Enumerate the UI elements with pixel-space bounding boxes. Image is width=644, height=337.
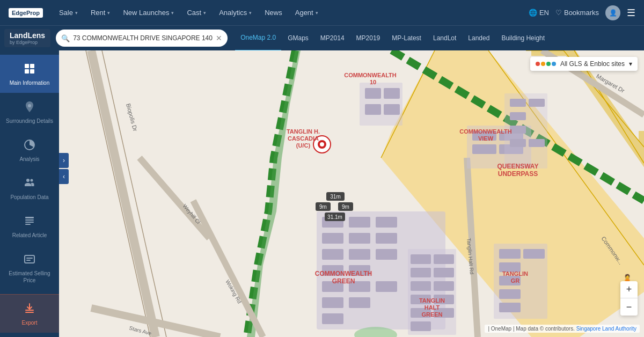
svg-text:QUEENSWAY: QUEENSWAY <box>497 163 539 170</box>
tab-gmaps[interactable]: GMaps <box>282 26 314 51</box>
tab-mp-latest[interactable]: MP-Latest <box>386 26 427 51</box>
svg-rect-64 <box>384 104 400 115</box>
svg-text:COMMONWEALTH: COMMONWEALTH <box>344 72 397 78</box>
svg-rect-50 <box>523 249 545 259</box>
svg-rect-47 <box>411 321 431 331</box>
gls-dot-green <box>546 62 551 66</box>
svg-rect-8 <box>25 217 34 218</box>
svg-rect-34 <box>349 297 370 308</box>
agent-arrow-icon: ▾ <box>316 10 318 16</box>
svg-rect-16 <box>25 312 34 313</box>
svg-rect-40 <box>434 268 454 277</box>
map-area[interactable]: COMMONWEALTH 10 COMMONWEALTH VIEW TANGLI… <box>59 50 644 337</box>
sidebar-item-population-data[interactable]: Population Data <box>0 169 59 207</box>
sidebar-item-surrounding-details[interactable]: Surrounding Details <box>0 93 59 131</box>
gls-label: All GLS & Enbloc sites <box>560 60 625 68</box>
gls-dot-orange <box>541 62 545 66</box>
nav-agent[interactable]: Agent ▾ <box>290 0 324 25</box>
sidebar-expand-btn[interactable]: › <box>59 153 69 168</box>
svg-rect-35 <box>322 313 343 324</box>
svg-rect-14 <box>26 260 31 261</box>
svg-rect-66 <box>510 99 526 107</box>
svg-point-75 <box>320 142 324 146</box>
zoom-out-btn[interactable]: − <box>620 298 638 316</box>
svg-rect-15 <box>25 310 34 311</box>
svg-rect-24 <box>376 233 397 244</box>
svg-rect-53 <box>499 289 521 299</box>
map-overlay-top: All GLS & Enbloc sites ▾ <box>530 57 638 71</box>
sidebar-collapse-btn[interactable]: ‹ <box>59 169 69 184</box>
svg-rect-49 <box>499 249 521 259</box>
svg-rect-70 <box>510 139 526 147</box>
svg-point-7 <box>31 179 33 182</box>
svg-text:GR: GR <box>511 277 520 284</box>
chart-icon <box>22 137 37 152</box>
clear-icon[interactable]: ✕ <box>216 34 222 42</box>
tab-mp2019[interactable]: MP2019 <box>351 26 386 51</box>
nav-news[interactable]: News <box>259 0 288 25</box>
rent-arrow-icon: ▾ <box>107 10 110 16</box>
cast-arrow-icon: ▾ <box>203 10 206 16</box>
nav-sale[interactable]: Sale ▾ <box>54 0 83 25</box>
sidebar-item-estimated-selling-price[interactable]: Estimated Selling Price <box>0 245 59 290</box>
nav-analytics[interactable]: Analytics ▾ <box>214 0 257 25</box>
svg-rect-69 <box>510 126 526 134</box>
gls-dropdown[interactable]: All GLS & Enbloc sites ▾ <box>530 57 638 71</box>
svg-text:COMMONWEALTH: COMMONWEALTH <box>315 270 372 277</box>
new-launches-arrow-icon: ▾ <box>171 10 174 16</box>
svg-rect-26 <box>349 249 370 260</box>
svg-text:9m: 9m <box>342 204 349 210</box>
svg-text:HALT: HALT <box>425 304 440 311</box>
hamburger-icon[interactable]: ☰ <box>627 7 635 19</box>
tab-landed[interactable]: Landed <box>463 26 495 51</box>
svg-rect-71 <box>529 139 545 147</box>
sidebar: Main Information Surrounding Details Ana… <box>0 50 59 337</box>
gls-chevron-icon: ▾ <box>629 60 632 68</box>
svg-rect-23 <box>349 233 370 244</box>
landLens-brand: LandLens by EdgeProp <box>4 29 50 47</box>
svg-text:VIEW: VIEW <box>478 135 494 142</box>
svg-rect-58 <box>472 144 496 154</box>
analytics-arrow-icon: ▾ <box>249 10 252 16</box>
svg-rect-62 <box>384 88 400 99</box>
avatar[interactable]: 👤 <box>605 5 620 20</box>
svg-rect-9 <box>25 219 34 221</box>
sidebar-item-related-article[interactable]: Related Article <box>0 207 59 245</box>
zoom-controls: + − <box>620 281 638 316</box>
sidebar-item-main-information[interactable]: Main Information <box>0 55 59 93</box>
export-icon <box>22 301 37 316</box>
nav-cast[interactable]: Cast ▾ <box>181 0 211 25</box>
sidebar-toggle: › ‹ <box>59 153 69 184</box>
tab-onemap[interactable]: OneMap 2.0 <box>235 26 281 51</box>
svg-rect-22 <box>322 233 343 244</box>
svg-rect-25 <box>322 249 343 260</box>
sidebar-item-export[interactable]: Export <box>0 294 59 333</box>
nav-right: 🌐 EN ♡ Bookmarks 👤 ☰ <box>529 5 635 20</box>
svg-text:31m: 31m <box>330 194 340 200</box>
attribution-link[interactable]: Singapore Land Authority <box>576 326 636 332</box>
brand-logo-container: EdgeProp <box>9 8 43 18</box>
search-input[interactable] <box>73 34 213 42</box>
tab-building-height[interactable]: Building Height <box>496 26 550 51</box>
gls-dots <box>536 62 556 66</box>
landLens-title: LandLens <box>10 31 45 40</box>
tab-landlot[interactable]: LandLot <box>428 26 462 51</box>
nav-globe-btn[interactable]: 🌐 EN <box>529 9 549 17</box>
zoom-in-btn[interactable]: + <box>620 281 638 298</box>
price-icon <box>22 252 37 267</box>
nav-rent[interactable]: Rent ▾ <box>85 0 115 25</box>
sidebar-item-analysis[interactable]: Analysis <box>0 131 59 169</box>
svg-rect-54 <box>499 303 521 312</box>
nav-new-launches[interactable]: New Launches ▾ <box>118 0 179 25</box>
top-nav: EdgeProp Sale ▾ Rent ▾ New Launches ▾ Ca… <box>0 0 644 25</box>
search-container[interactable]: 🔍 ✕ <box>56 30 228 47</box>
svg-text:GREEN: GREEN <box>332 277 355 285</box>
tab-mp2014[interactable]: MP2014 <box>315 26 350 51</box>
article-icon <box>22 214 37 229</box>
nav-bookmarks-btn[interactable]: ♡ Bookmarks <box>555 9 599 17</box>
svg-text:31.1m: 31.1m <box>327 214 342 220</box>
brand-logo[interactable]: EdgeProp <box>9 8 43 18</box>
svg-rect-11 <box>25 224 31 225</box>
svg-rect-20 <box>349 217 370 228</box>
svg-rect-39 <box>411 268 431 277</box>
